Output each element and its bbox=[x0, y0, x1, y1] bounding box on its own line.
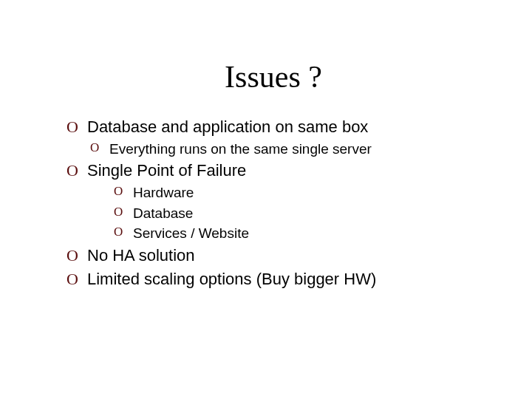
list-item: O Limited scaling options (Buy bigger HW… bbox=[66, 267, 480, 291]
bullet-marker-icon: O bbox=[114, 183, 133, 203]
bullet-marker-icon: O bbox=[114, 203, 133, 224]
list-item: O No HA solution bbox=[66, 244, 480, 267]
list-item: O Single Point of Failure bbox=[66, 159, 480, 183]
list-item-text: Single Point of Failure bbox=[87, 159, 246, 183]
list-item-text: Everything runs on the same single serve… bbox=[109, 139, 372, 160]
list-item-text: Hardware bbox=[133, 183, 194, 203]
list-item-text: Database bbox=[133, 203, 193, 224]
list-item: O Everything runs on the same single ser… bbox=[90, 139, 480, 160]
bullet-marker-icon: O bbox=[66, 267, 87, 291]
list-item: O Services / Website bbox=[114, 223, 480, 244]
list-item-text: No HA solution bbox=[87, 244, 195, 267]
list-item-text: Database and application on same box bbox=[87, 115, 368, 139]
list-item: O Database and application on same box bbox=[66, 115, 480, 139]
bullet-marker-icon: O bbox=[66, 244, 87, 267]
list-item-text: Limited scaling options (Buy bigger HW) bbox=[87, 267, 376, 291]
bullet-marker-icon: O bbox=[114, 223, 133, 244]
list-item: O Hardware bbox=[114, 183, 480, 203]
list-item-text: Services / Website bbox=[133, 223, 249, 244]
bullet-marker-icon: O bbox=[90, 139, 109, 160]
bullet-marker-icon: O bbox=[66, 115, 87, 139]
slide-title: Issues ? bbox=[66, 59, 480, 95]
slide: Issues ? O Database and application on s… bbox=[0, 0, 532, 399]
bullet-list: O Database and application on same box O… bbox=[66, 115, 480, 291]
bullet-marker-icon: O bbox=[66, 159, 87, 183]
list-item: O Database bbox=[114, 203, 480, 224]
